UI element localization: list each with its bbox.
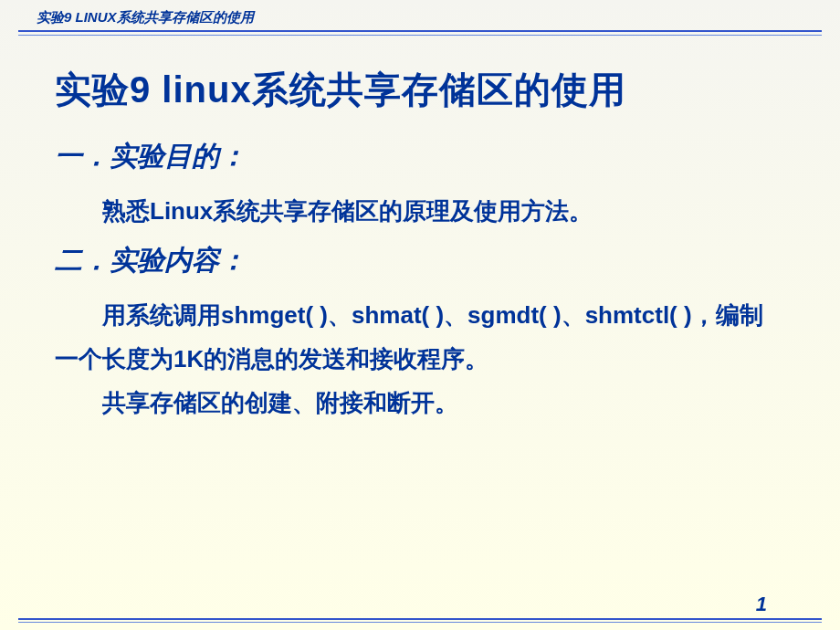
header-underline-thin	[18, 35, 822, 36]
footer-line-thin	[18, 622, 822, 623]
content-area: 实验9 linux系统共享存储区的使用 一．实验目的： 熟悉Linux系统共享存…	[0, 37, 840, 443]
slide: 实验9 LINUX系统共享存储区的使用 实验9 linux系统共享存储区的使用 …	[0, 0, 840, 630]
header-bar: 实验9 LINUX系统共享存储区的使用	[0, 9, 840, 37]
section-heading-2: 二．实验内容：	[55, 242, 785, 279]
section-2-paragraph-1: 用系统调用shmget( )、shmat( )、sgmdt( )、shmtctl…	[55, 293, 785, 381]
section-1-paragraph-1: 熟悉Linux系统共享存储区的原理及使用方法。	[55, 189, 785, 233]
footer-line	[18, 618, 822, 620]
footer-bar	[18, 618, 822, 623]
section-2-paragraph-2: 共享存储区的创建、附接和断开。	[55, 381, 785, 425]
page-number: 1	[756, 593, 767, 616]
section-heading-1: 一．实验目的：	[55, 138, 785, 175]
slide-title: 实验9 linux系统共享存储区的使用	[55, 65, 785, 115]
header-text: 实验9 LINUX系统共享存储区的使用	[37, 9, 803, 37]
header-underline	[18, 30, 822, 32]
